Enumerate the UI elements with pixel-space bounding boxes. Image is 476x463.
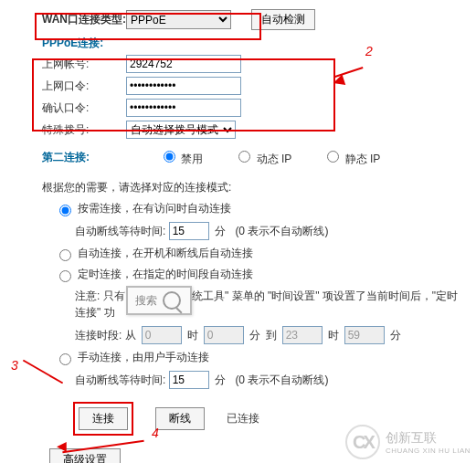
advanced-settings-button[interactable]: 高级设置 <box>49 448 121 463</box>
pppoe-header: PPPoE连接: <box>9 36 476 51</box>
confirm-input[interactable] <box>126 99 241 117</box>
confirm-label: 确认口令: <box>9 100 126 116</box>
connect-button[interactable]: 连接 <box>79 407 128 430</box>
second-conn-dynamic[interactable]: 动态 IP <box>234 148 291 167</box>
search-placeholder: 搜索 <box>135 292 157 309</box>
annotation-box-3: 连接 <box>73 402 133 436</box>
mode-manual[interactable]: 手动连接，由用户手动连接 <box>9 350 476 365</box>
wait-time-row-1: 自动断线等待时间: 分 (0 表示不自动断线) <box>9 222 476 240</box>
account-input[interactable] <box>126 55 241 73</box>
to-hour-input <box>282 326 323 344</box>
second-conn-static[interactable]: 静态 IP <box>323 148 380 167</box>
search-icon <box>163 291 181 310</box>
wait-time-row-2: 自动断线等待时间: 分 (0 表示不自动断线) <box>9 371 476 389</box>
time-period-row: 连接时段: 从 时 分到 时 分 <box>9 326 476 344</box>
watermark-logo-icon: CX <box>345 425 380 459</box>
search-popup[interactable]: 搜索 <box>126 286 192 315</box>
from-min-input <box>204 326 244 344</box>
mode-auto[interactable]: 自动连接，在开机和断线后自动连接 <box>9 246 476 261</box>
mode-description: 根据您的需要，请选择对应的连接模式: <box>9 180 476 195</box>
wait-time-input-1[interactable] <box>169 222 209 240</box>
wan-type-select[interactable]: PPPoE <box>126 10 231 29</box>
password-label: 上网口令: <box>9 79 126 94</box>
timed-notice: 注意: 只有 统工具" 菜单的 "时间设置" 项设置了当前时间后，"定时连接" … <box>9 288 468 321</box>
mode-on-demand[interactable]: 按需连接，在有访问时自动连接 <box>9 201 476 216</box>
second-conn-label: 第二连接: <box>42 150 159 165</box>
wan-type-label: WAN口连接类型: <box>9 12 126 27</box>
from-hour-input <box>142 326 182 344</box>
watermark: CX 创新互联 CHUANG XIN HU LIAN <box>345 425 471 459</box>
to-min-input <box>344 326 385 344</box>
mode-timed[interactable]: 定时连接，在指定的时间段自动连接 <box>9 267 476 282</box>
special-dial-label: 特殊拨号: <box>9 122 126 138</box>
second-conn-disable[interactable]: 禁用 <box>159 148 203 167</box>
disconnect-button[interactable]: 断线 <box>155 407 205 430</box>
wait-time-input-2[interactable] <box>169 371 209 389</box>
account-label: 上网帐号: <box>9 57 126 72</box>
special-dial-select[interactable]: 自动选择拨号模式 <box>126 121 236 139</box>
connection-status: 已连接 <box>227 411 259 426</box>
auto-detect-button[interactable]: 自动检测 <box>251 9 315 30</box>
password-input[interactable] <box>126 77 241 95</box>
